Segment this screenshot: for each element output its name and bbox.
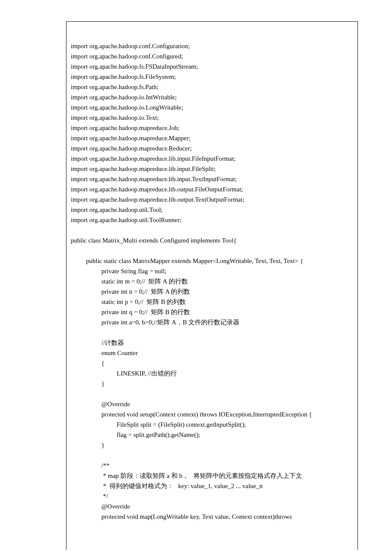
code-line: import org.apache.hadoop.io.IntWritable; [71, 92, 352, 102]
code-line: import org.apache.hadoop.mapreduce.Reduc… [71, 143, 352, 153]
code-line: import org.apache.hadoop.util.ToolRunner… [71, 215, 352, 225]
code-line: FileSplit split = (FileSplit) context.ge… [71, 419, 352, 430]
code-line: protected void map(LongWritable key, Tex… [71, 512, 352, 522]
code-line: private String flag = null; [71, 266, 352, 276]
code-line: @Override [71, 399, 352, 409]
code-line: } [71, 379, 352, 389]
code-line: import org.apache.hadoop.mapreduce.Job; [71, 123, 352, 133]
code-line: { [71, 358, 352, 368]
code-line: import org.apache.hadoop.conf.Configurat… [71, 41, 352, 51]
code-line: //计数器 [71, 338, 352, 348]
code-line: private int q = 0;// 矩阵 B 的行数 [71, 307, 352, 317]
code-line: LINESKIP, //出错的行 [71, 368, 352, 379]
code-line [71, 450, 352, 460]
code-line: */ [71, 491, 352, 501]
code-line: * map 阶段：读取矩阵 a 和 b， 将矩阵中的元素按指定格式存入上下文 [71, 471, 352, 481]
code-line [71, 389, 352, 399]
code-line [71, 327, 352, 338]
code-line: enum Counter [71, 348, 352, 358]
code-line [71, 225, 352, 235]
code-line: import org.apache.hadoop.mapreduce.lib.i… [71, 174, 352, 184]
code-line: static int m = 0;// 矩阵 A 的行数 [71, 276, 352, 286]
code-line: import org.apache.hadoop.mapreduce.lib.i… [71, 164, 352, 174]
code-line: import org.apache.hadoop.fs.Path; [71, 82, 352, 92]
code-line: /** [71, 460, 352, 471]
code-line [71, 246, 352, 256]
code-line: public static class MatrixMapper extends… [71, 256, 352, 266]
code-line: import org.apache.hadoop.io.LongWritable… [71, 102, 352, 113]
code-line: import org.apache.hadoop.mapreduce.lib.o… [71, 194, 352, 205]
code-line: * 得到的键值对格式为： key: value_1, value_2 ... v… [71, 481, 352, 491]
code-line: private int a=0, b=0;//矩阵 A，B 文件的行数记录器 [71, 317, 352, 327]
code-line: import org.apache.hadoop.fs.FSDataInputS… [71, 61, 352, 72]
code-line: protected void setup(Context context) th… [71, 409, 352, 419]
code-line: import org.apache.hadoop.mapreduce.Mappe… [71, 133, 352, 143]
code-block: import org.apache.hadoop.conf.Configurat… [71, 41, 352, 522]
code-line: import org.apache.hadoop.conf.Configured… [71, 51, 352, 61]
code-frame: import org.apache.hadoop.conf.Configurat… [66, 21, 358, 550]
code-line: flag = split.getPath().getName(); [71, 430, 352, 440]
code-line: private int n = 0;// 矩阵 A 的列数 [71, 286, 352, 297]
code-line: static int p = 0;// 矩阵 B 的列数 [71, 297, 352, 307]
code-line: import org.apache.hadoop.util.Tool; [71, 205, 352, 215]
code-line: } [71, 440, 352, 450]
code-line: public class Matrix_Multi extends Config… [71, 235, 352, 246]
code-line: import org.apache.hadoop.mapreduce.lib.i… [71, 153, 352, 164]
document-page: import org.apache.hadoop.conf.Configurat… [0, 0, 392, 555]
code-line: @Override [71, 501, 352, 512]
code-line: import org.apache.hadoop.fs.FileSystem; [71, 72, 352, 82]
code-line: import org.apache.hadoop.io.Text; [71, 113, 352, 123]
code-line: import org.apache.hadoop.mapreduce.lib.o… [71, 184, 352, 194]
